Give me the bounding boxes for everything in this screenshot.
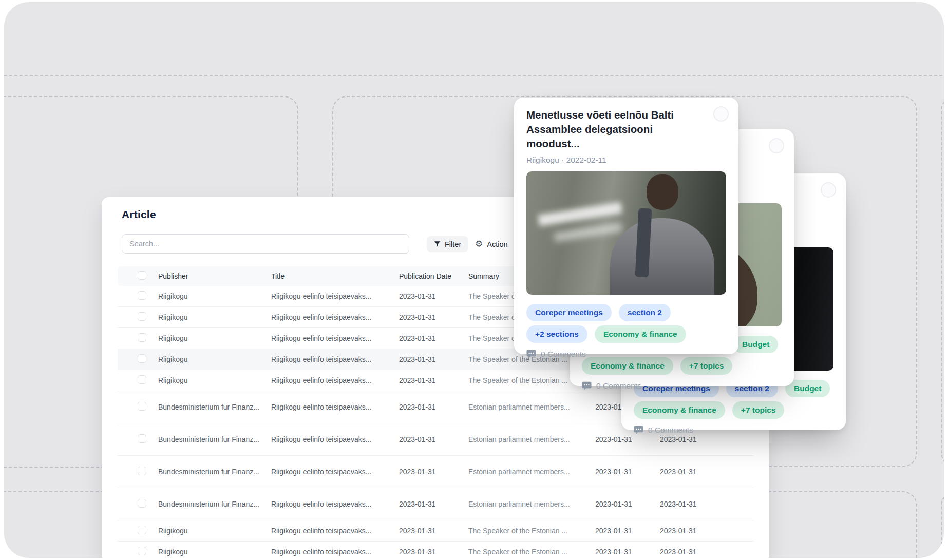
row-checkbox[interactable] [138, 499, 146, 508]
tag-pill[interactable]: Coreper meetings [526, 304, 612, 321]
cell-publication-date: 2023-01-31 [399, 376, 468, 384]
tag-pill[interactable]: Economy & finance [595, 325, 686, 343]
row-checkbox[interactable] [138, 354, 146, 363]
cell-date2: 2023-01-31 [595, 500, 660, 508]
cell-publication-date: 2023-01-31 [399, 435, 468, 443]
article-photo [526, 171, 726, 295]
action-button-label: Action [487, 240, 507, 248]
row-checkbox[interactable] [138, 402, 146, 411]
gear-icon: ⚙ [475, 240, 483, 248]
tag-pill[interactable]: +7 topics [680, 357, 733, 375]
cell-summary: Estonian parliamnet members... [468, 435, 595, 443]
card-publisher-date: Riigikogu · 2022-02-11 [526, 156, 726, 165]
dashed-rect-top-band [4, 2, 944, 76]
cell-publisher: Bundesministerium fur Finanz... [158, 435, 271, 444]
comments-count: 0 Comments [596, 381, 641, 391]
table-row[interactable]: RiigikoguRiigikogu eelinfo teisipaevaks.… [118, 542, 753, 558]
cell-title: Riigikogu eelinfo teisipaevaks... [271, 435, 399, 443]
cell-publisher: Riigikogu [158, 292, 271, 301]
cell-title: Riigikogu eelinfo teisipaevaks... [271, 355, 399, 363]
tag-row-1: Coreper meetingssection 2 [526, 304, 726, 321]
tag-pill[interactable]: Economy & finance [634, 401, 725, 419]
comments-row[interactable]: 0 Comments [526, 350, 726, 359]
cell-date3: 2023-01-31 [660, 548, 753, 556]
tag-pill[interactable]: Budget [733, 336, 778, 353]
cell-date2: 2023-01-31 [595, 435, 660, 443]
row-checkbox[interactable] [138, 467, 146, 475]
cell-publication-date: 2023-01-31 [399, 548, 468, 556]
cell-summary: The Speaker of the Estonian ... [468, 527, 595, 535]
filter-button-label: Filter [445, 240, 461, 248]
cell-publication-date: 2023-01-31 [399, 527, 468, 535]
cell-summary: The Speaker of the Estonian ... [468, 548, 595, 556]
cell-publisher: Bundesministerium fur Finanz... [158, 467, 271, 476]
action-button[interactable]: ⚙ Action [475, 236, 508, 252]
comment-icon [526, 350, 536, 359]
comment-icon [634, 426, 643, 435]
cell-date2: 2023-01-31 [595, 468, 660, 476]
row-checkbox[interactable] [138, 312, 146, 321]
dashed-rect-row1-right [941, 96, 944, 467]
column-header-publisher: Publisher [158, 272, 271, 280]
select-all-checkbox[interactable] [138, 271, 146, 280]
table-row[interactable]: RiigikoguRiigikogu eelinfo teisipaevaks.… [118, 520, 753, 542]
tag-row-2: +2 sectionsEconomy & finance [526, 325, 726, 343]
cell-title: Riigikogu eelinfo teisipaevaks... [271, 468, 399, 476]
cell-publication-date: 2023-01-31 [399, 355, 468, 363]
cell-title: Riigikogu eelinfo teisipaevaks... [271, 292, 399, 300]
select-circle[interactable] [713, 106, 729, 122]
tag-pill[interactable]: +7 topics [732, 401, 785, 419]
cell-title: Riigikogu eelinfo teisipaevaks... [271, 313, 399, 321]
design-canvas: Article Filter ⚙ Action Publisher Title … [4, 2, 944, 558]
article-card-front[interactable]: Menetlusse võeti eelnõu Balti Assamblee … [514, 98, 738, 354]
comment-icon [582, 381, 592, 391]
cell-title: Riigikogu eelinfo teisipaevaks... [271, 334, 399, 342]
row-checkbox[interactable] [138, 291, 146, 300]
cell-title: Riigikogu eelinfo teisipaevaks... [271, 548, 399, 556]
cell-publisher: Bundesministerium fur Finanz... [158, 499, 271, 509]
row-checkbox[interactable] [138, 333, 146, 342]
comments-count: 0 Comments [541, 350, 586, 359]
cell-title: Riigikogu eelinfo teisipaevaks... [271, 500, 399, 508]
row-checkbox[interactable] [138, 375, 146, 384]
search-input[interactable] [122, 234, 409, 254]
card-title: Menetlusse võeti eelnõu Balti Assamblee … [526, 108, 709, 151]
cell-publisher: Riigikogu [158, 334, 271, 343]
select-circle[interactable] [821, 182, 836, 198]
tag-row-2: Economy & finance+7 topics [582, 357, 782, 375]
comments-row[interactable]: 0 Comments [582, 381, 782, 391]
cell-summary: Estonian parliamnet members... [468, 500, 595, 508]
select-circle[interactable] [769, 138, 784, 153]
row-checkbox[interactable] [138, 526, 146, 534]
tag-pill[interactable]: +2 sections [526, 325, 587, 343]
filter-button[interactable]: Filter [427, 236, 468, 252]
cell-title: Riigikogu eelinfo teisipaevaks... [271, 527, 399, 535]
cell-summary: Estonian parliamnet members... [468, 468, 595, 476]
cell-publisher: Riigikogu [158, 547, 271, 556]
cell-publisher: Riigikogu [158, 355, 271, 364]
cell-publication-date: 2023-01-31 [399, 292, 468, 300]
tag-pill[interactable]: section 2 [619, 304, 671, 321]
cell-publisher: Riigikogu [158, 526, 271, 535]
tag-pill[interactable]: Economy & finance [582, 357, 673, 375]
page-title: Article [122, 208, 156, 221]
table-row[interactable]: Bundesministerium fur Finanz...Riigikogu… [118, 488, 753, 520]
cell-publication-date: 2023-01-31 [399, 313, 468, 321]
cell-publisher: Bundesministerium fur Finanz... [158, 402, 271, 412]
cell-publisher: Riigikogu [158, 376, 271, 385]
filter-icon [434, 241, 441, 247]
cell-title: Riigikogu eelinfo teisipaevaks... [271, 376, 399, 384]
cell-date3: 2023-01-31 [660, 468, 753, 476]
cell-summary: Estonian parliamnet members... [468, 403, 595, 411]
row-checkbox[interactable] [138, 434, 146, 443]
cell-date3: 2023-01-31 [660, 500, 753, 508]
tag-row-2: Economy & finance+7 topics [634, 401, 833, 419]
table-row[interactable]: Bundesministerium fur Finanz...Riigikogu… [118, 456, 753, 488]
cell-publication-date: 2023-01-31 [399, 468, 468, 476]
dashed-rect-row2-right [941, 491, 944, 558]
cell-date2: 2023-01-31 [595, 527, 660, 535]
row-checkbox[interactable] [138, 547, 146, 555]
cell-date2: 2023-01-31 [595, 548, 660, 556]
cell-publisher: Riigikogu [158, 313, 271, 322]
comments-row[interactable]: 0 Comments [634, 426, 833, 435]
